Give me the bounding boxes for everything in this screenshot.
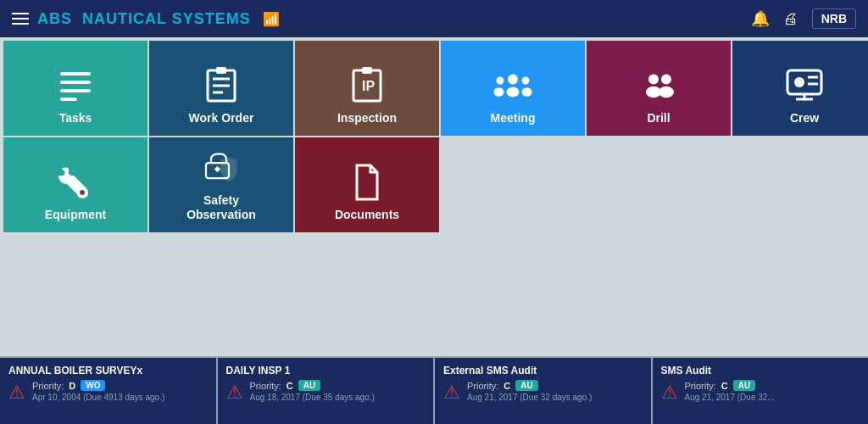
tile-meeting-label: Meeting: [491, 111, 536, 126]
card-3-priority-val: C: [504, 381, 510, 391]
tile-crew[interactable]: Crew: [732, 41, 868, 136]
card-1-body: ⚠ Priority: D WO Apr 10, 2004 (Due 4913 …: [8, 380, 208, 404]
app-logo: ABS NAUTICAL SYSTEMS: [37, 10, 251, 28]
card-1-info: Priority: D WO Apr 10, 2004 (Due 4913 da…: [32, 380, 164, 402]
svg-point-18: [648, 75, 659, 85]
card-4-priority-label: Priority:: [685, 381, 716, 391]
card-3-date: Aug 21, 2017 (Due 32 days ago.): [467, 393, 592, 402]
tile-grid: Tasks Work Order IP Inspection: [0, 37, 868, 234]
documents-icon: [347, 162, 387, 203]
svg-point-23: [794, 77, 804, 87]
card-2-date: Aug 18, 2017 (Due 35 days ago.): [250, 393, 375, 402]
svg-point-28: [80, 190, 85, 195]
wifi-icon: 📶: [263, 11, 280, 27]
bottom-cards: ANNUAL BOILER SURVEYx ⚠ Priority: D WO A…: [0, 356, 868, 424]
tasks-icon: [55, 65, 96, 106]
tile-equipment-label: Equipment: [45, 208, 106, 222]
alert-icon-3: ⚠: [443, 382, 460, 404]
tile-crew-label: Crew: [790, 111, 819, 126]
notification-icon[interactable]: 🔔: [751, 9, 770, 28]
card-4-title: SMS Audit: [661, 365, 860, 377]
empty-area: [0, 234, 868, 356]
card-external-sms[interactable]: External SMS Audit ⚠ Priority: C AU Aug …: [435, 358, 653, 424]
svg-point-14: [497, 77, 504, 85]
app-header: ABS NAUTICAL SYSTEMS 📶 🔔 🖨 NRB: [0, 0, 868, 37]
card-2-info: Priority: C AU Aug 18, 2017 (Due 35 days…: [250, 380, 375, 402]
card-2-priority-val: C: [287, 381, 293, 391]
crew-icon: [784, 65, 825, 106]
card-daily-insp[interactable]: DAILY INSP 1 ⚠ Priority: C AU Aug 18, 20…: [218, 358, 436, 424]
svg-rect-2: [60, 89, 91, 92]
card-2-priority-row: Priority: C AU: [250, 380, 375, 391]
tile-meeting[interactable]: Meeting: [441, 41, 585, 136]
card-3-priority-row: Priority: C AU: [467, 380, 592, 391]
card-4-info: Priority: C AU Aug 21, 2017 (Due 32...: [685, 380, 775, 402]
meeting-icon: [492, 65, 533, 106]
print-icon[interactable]: 🖨: [783, 10, 798, 28]
menu-icon[interactable]: [12, 13, 29, 25]
card-1-title: ANNUAL BOILER SURVEYx: [8, 365, 208, 377]
card-4-body: ⚠ Priority: C AU Aug 21, 2017 (Due 32...: [661, 380, 860, 404]
card-2-badge: AU: [298, 380, 320, 391]
card-2-title: DAILY INSP 1: [226, 365, 426, 377]
tile-safetyobs[interactable]: Safety Observation: [149, 137, 293, 232]
safetyobs-icon: [201, 148, 242, 188]
card-3-info: Priority: C AU Aug 21, 2017 (Due 32 days…: [467, 380, 592, 402]
card-4-badge: AU: [733, 380, 755, 391]
svg-rect-0: [60, 72, 91, 75]
card-1-priority-val: D: [69, 381, 75, 391]
header-right: 🔔 🖨 NRB: [751, 8, 856, 29]
inspection-icon: IP: [347, 65, 387, 106]
card-3-badge: AU: [515, 380, 537, 391]
card-3-title: External SMS Audit: [443, 365, 643, 377]
card-2-priority-label: Priority:: [250, 381, 281, 391]
svg-rect-3: [60, 98, 77, 101]
card-1-date: Apr 10, 2004 (Due 4913 days ago.): [32, 393, 164, 402]
equipment-icon: [55, 162, 96, 203]
svg-rect-11: [362, 67, 372, 74]
card-annual-boiler[interactable]: ANNUAL BOILER SURVEYx ⚠ Priority: D WO A…: [0, 358, 218, 424]
svg-text:IP: IP: [362, 79, 375, 93]
alert-icon-2: ⚠: [226, 382, 243, 404]
card-3-priority-label: Priority:: [467, 381, 498, 391]
tile-tasks-label: Tasks: [59, 111, 92, 126]
tile-documents[interactable]: Documents: [295, 137, 439, 232]
tile-tasks[interactable]: Tasks: [3, 41, 147, 136]
tile-drill[interactable]: Drill: [587, 41, 731, 136]
card-2-body: ⚠ Priority: C AU Aug 18, 2017 (Due 35 da…: [226, 380, 426, 404]
svg-point-16: [522, 77, 530, 85]
tile-inspection-label: Inspection: [337, 111, 397, 126]
svg-point-20: [661, 75, 671, 85]
header-left: ABS NAUTICAL SYSTEMS 📶: [12, 10, 751, 28]
alert-icon-4: ⚠: [661, 382, 678, 404]
tile-drill-label: Drill: [647, 111, 670, 126]
svg-point-12: [508, 75, 518, 85]
svg-rect-8: [216, 67, 226, 74]
main-content: Tasks Work Order IP Inspection: [0, 37, 868, 424]
alert-icon-1: ⚠: [8, 382, 25, 404]
tile-inspection[interactable]: IP Inspection: [295, 41, 439, 136]
card-4-priority-val: C: [721, 381, 728, 391]
card-4-priority-row: Priority: C AU: [685, 380, 775, 391]
svg-point-17: [522, 87, 532, 97]
card-4-date: Aug 21, 2017 (Due 32...: [685, 393, 775, 402]
logo-name: NAUTICAL SYSTEMS: [82, 10, 251, 27]
svg-point-15: [494, 87, 504, 97]
card-3-body: ⚠ Priority: C AU Aug 21, 2017 (Due 32 da…: [443, 380, 643, 404]
logo-abs: ABS: [37, 10, 72, 27]
card-1-priority-label: Priority:: [32, 381, 64, 391]
workorder-icon: [201, 65, 242, 106]
svg-point-13: [507, 87, 520, 98]
svg-point-21: [659, 86, 674, 98]
tile-workorder[interactable]: Work Order: [149, 41, 293, 136]
card-sms-audit[interactable]: SMS Audit ⚠ Priority: C AU Aug 21, 2017 …: [653, 358, 869, 424]
drill-icon: [638, 65, 679, 106]
tile-equipment[interactable]: Equipment: [3, 137, 147, 232]
svg-rect-1: [60, 81, 91, 84]
tile-workorder-label: Work Order: [189, 111, 254, 126]
user-badge[interactable]: NRB: [812, 8, 856, 29]
tile-safetyobs-label: Safety Observation: [186, 193, 256, 222]
tile-documents-label: Documents: [335, 208, 399, 222]
card-1-badge: WO: [81, 380, 105, 391]
card-1-priority-row: Priority: D WO: [32, 380, 164, 391]
